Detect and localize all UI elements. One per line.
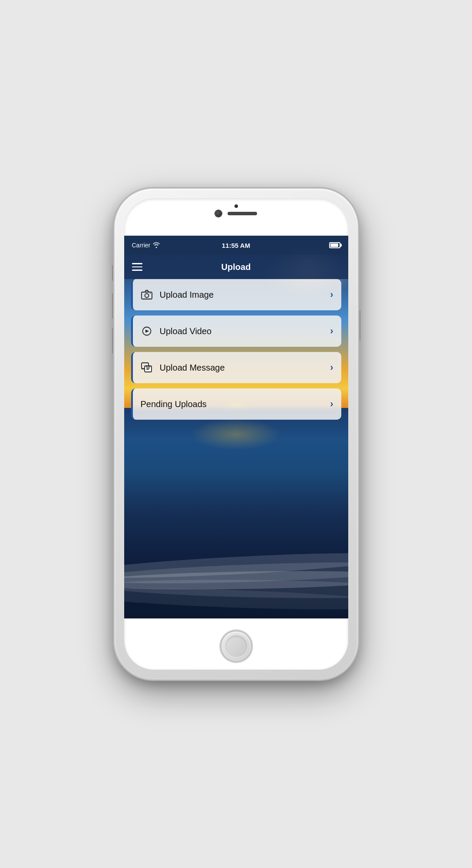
menu-item-left: Upload Message: [141, 362, 225, 374]
svg-point-9: [145, 366, 146, 367]
chevron-right-icon: ›: [330, 326, 333, 337]
menu-item-left: Upload Image: [141, 289, 214, 301]
phone-inner: Carrier 11:55 AM: [124, 198, 348, 670]
speaker-grille: [228, 212, 257, 215]
wifi-icon: [153, 242, 160, 248]
status-right: [329, 242, 340, 248]
nav-title: Upload: [221, 262, 251, 272]
home-button-inner: [225, 635, 247, 657]
menu-list: Upload Image › Upload Video: [131, 279, 341, 420]
svg-point-1: [145, 294, 149, 298]
carrier-label: Carrier: [132, 242, 151, 249]
status-bar: Carrier 11:55 AM: [124, 236, 348, 255]
menu-item-left: Pending Uploads: [141, 399, 207, 409]
chevron-right-icon: ›: [330, 362, 333, 373]
home-button[interactable]: [221, 631, 251, 661]
chevron-right-icon: ›: [330, 398, 333, 410]
upload-message-item[interactable]: Upload Message ›: [131, 352, 341, 383]
upload-message-label: Upload Message: [160, 363, 225, 373]
volume-down-button[interactable]: [112, 328, 115, 354]
chevron-right-icon: ›: [330, 289, 333, 300]
svg-point-11: [149, 366, 150, 367]
upload-image-item[interactable]: Upload Image ›: [131, 279, 341, 310]
screen: Carrier 11:55 AM: [124, 236, 348, 618]
mute-button[interactable]: [112, 265, 115, 281]
menu-item-left: Upload Video: [141, 325, 212, 337]
svg-point-2: [150, 293, 151, 294]
upload-video-label: Upload Video: [160, 326, 212, 336]
nav-bar: Upload: [124, 255, 348, 279]
hamburger-line: [132, 263, 142, 264]
phone-device: Carrier 11:55 AM: [115, 189, 358, 679]
volume-up-button[interactable]: [112, 293, 115, 319]
upload-image-label: Upload Image: [160, 290, 214, 300]
battery-icon: [329, 242, 340, 248]
hamburger-line: [132, 266, 142, 268]
video-icon: [141, 325, 153, 337]
svg-marker-4: [145, 330, 149, 333]
hamburger-button[interactable]: [132, 263, 142, 271]
status-time: 11:55 AM: [222, 242, 250, 249]
svg-point-10: [147, 366, 148, 367]
pending-uploads-label: Pending Uploads: [141, 399, 207, 409]
water-layer: [124, 408, 348, 618]
pending-uploads-item[interactable]: Pending Uploads ›: [131, 388, 341, 420]
waves: [124, 545, 348, 618]
upload-video-item[interactable]: Upload Video ›: [131, 316, 341, 347]
battery-fill: [330, 243, 338, 247]
camera-icon: [141, 289, 153, 301]
front-camera: [215, 210, 221, 217]
phone-top-hardware: [215, 210, 257, 217]
message-icon: [141, 362, 153, 374]
hamburger-line: [132, 270, 142, 271]
front-sensor: [234, 204, 238, 208]
status-left: Carrier: [132, 242, 160, 249]
power-button[interactable]: [358, 310, 360, 341]
